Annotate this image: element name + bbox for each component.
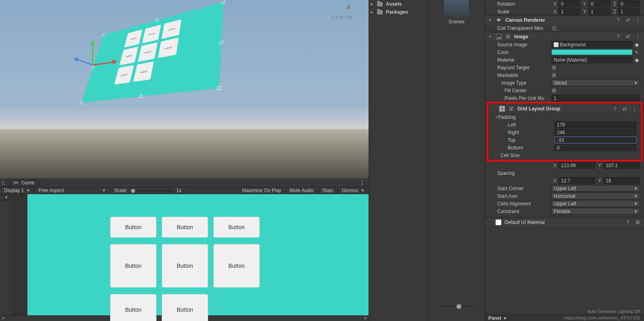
game-toolbar: Display 1▼ Free Aspect▼ Scale 1x Maximiz… — [0, 187, 369, 194]
ui-button[interactable]: Button — [213, 244, 260, 288]
scene-button: Button — [161, 19, 181, 39]
preset-icon[interactable]: ⇄ — [625, 33, 631, 39]
childalign-label: Child Alignment — [489, 201, 551, 207]
scale-slider[interactable]: Scale 1x — [110, 187, 186, 194]
menu-icon[interactable]: ⋮ — [631, 106, 638, 112]
material-icon — [496, 220, 501, 225]
spacing-x-input[interactable]: 12.7 — [559, 177, 595, 184]
scroll-right-icon[interactable]: ► — [363, 316, 369, 321]
imagetype-dropdown[interactable]: Sliced▼ — [551, 79, 640, 86]
game-view[interactable]: Button Button Button Button Button Butto… — [12, 194, 369, 315]
hierarchy-item-packages[interactable]: ▶ Packages — [369, 8, 428, 16]
spacing-y-input[interactable]: 16 — [603, 177, 640, 184]
ui-button[interactable]: Button — [110, 294, 156, 321]
help-icon[interactable]: ? — [612, 106, 618, 112]
scene-thumbnail[interactable] — [444, 0, 469, 17]
preset-icon[interactable]: ⇄ — [621, 106, 628, 112]
scene-button: Button — [142, 25, 161, 43]
rotation-y-input[interactable]: 0 — [588, 0, 610, 7]
image-enable-checkbox[interactable]: ✓ — [505, 34, 511, 39]
expand-icon[interactable]: ▶ — [371, 10, 374, 14]
maskable-checkbox[interactable]: ✓ — [551, 72, 557, 78]
scene-button: Button — [158, 37, 179, 58]
hierarchy-item-assets[interactable]: ▶ Assets — [369, 0, 428, 8]
cellsize-y-input[interactable]: 107.1 — [603, 162, 640, 169]
childalign-dropdown[interactable]: Upper Left▼ — [551, 200, 640, 207]
padding-top-label: Top — [492, 137, 554, 143]
breadcrumb-dd-icon[interactable]: ▾ — [504, 315, 506, 321]
help-icon[interactable]: ? — [625, 219, 631, 225]
raycast-checkbox[interactable]: ✓ — [551, 65, 557, 70]
ui-button[interactable]: Button — [110, 217, 156, 238]
scene-view[interactable]: ▴ ≺Persp Button Button Button B — [0, 0, 369, 178]
settings-icon[interactable]: ✿ — [634, 219, 641, 225]
material-header[interactable]: ▼ Default UI Material ? ✿ — [485, 217, 644, 226]
rotation-z-input[interactable]: 0 — [618, 0, 640, 7]
padding-label: Padding — [496, 114, 558, 120]
scroll-left-icon[interactable]: ◄ — [0, 316, 6, 321]
expand-icon[interactable]: ▼ — [492, 115, 496, 119]
menu-icon[interactable]: ⋮ — [634, 17, 641, 23]
display-dropdown[interactable]: Display 1▼ — [0, 187, 34, 194]
gridlayout-header[interactable]: ▼ ✓ Grid Layout Group ? ⇄ ⋮ — [488, 104, 641, 113]
rotation-x-input[interactable]: 0 — [559, 0, 580, 7]
padding-right-input[interactable]: 246 — [554, 129, 637, 136]
startaxis-label: Start Axis — [489, 193, 551, 199]
scale-y-input[interactable]: 1 — [588, 8, 610, 15]
menu-icon[interactable]: ⋮ — [634, 33, 641, 39]
object-picker-icon[interactable]: ◉ — [634, 57, 640, 63]
game-icon: 🎮 — [13, 180, 19, 186]
cull-checkbox[interactable] — [551, 25, 557, 31]
sourceimage-field[interactable]: Background — [551, 41, 633, 48]
ui-button[interactable]: Button — [213, 217, 260, 238]
maximize-button[interactable]: Maximize On Play — [238, 188, 286, 193]
color-field[interactable] — [551, 49, 633, 55]
ui-button[interactable]: Button — [162, 294, 208, 321]
scene-button: Button — [119, 47, 138, 66]
spacing-label: Spacing — [489, 170, 551, 176]
game-tab[interactable]: 🎮 Game — [7, 178, 40, 187]
zoom-slider[interactable] — [428, 303, 485, 309]
vert-scrollbar[interactable] — [0, 201, 12, 315]
object-picker-icon[interactable]: ◉ — [634, 41, 640, 48]
tab-menu-icon[interactable]: ⋮ — [359, 179, 365, 186]
help-icon[interactable]: ? — [615, 17, 621, 23]
assets-label: Assets — [386, 1, 402, 7]
scale-z-input[interactable]: 1 — [618, 8, 640, 15]
fillcenter-checkbox[interactable]: ✓ — [551, 88, 557, 93]
ppu-input[interactable]: 1 — [551, 95, 640, 101]
ui-button[interactable]: Button — [110, 244, 156, 288]
canvas-renderer-header[interactable]: ▼ Canvas Renderer ? ⇄ ⋮ — [485, 15, 644, 24]
material-field[interactable]: None (Material) — [551, 56, 633, 63]
mute-button[interactable]: Mute Audio — [285, 188, 318, 193]
lock-icon[interactable]: ⊏ — [0, 180, 7, 186]
y-axis-arrow-icon[interactable] — [92, 41, 94, 65]
padding-bottom-input[interactable]: 0 — [554, 144, 637, 151]
breadcrumb-item[interactable]: Panel — [488, 315, 501, 321]
game-tab-label: Game — [21, 180, 35, 186]
gridlayout-enable-checkbox[interactable]: ✓ — [509, 106, 514, 112]
gizmos-dropdown[interactable]: Gizmos ▼ — [338, 188, 369, 193]
scale-x-input[interactable]: 1 — [559, 8, 580, 15]
preset-icon[interactable]: ⇄ — [625, 17, 631, 23]
stats-button[interactable]: Stats — [318, 188, 337, 193]
expand-icon[interactable]: ▶ — [371, 2, 374, 6]
image-comp-icon — [496, 33, 502, 40]
startcorner-dropdown[interactable]: Upper Left▼ — [551, 185, 640, 192]
cull-label: Cull Transparent Mes — [489, 25, 551, 31]
ui-button[interactable]: Button — [162, 217, 208, 238]
help-icon[interactable]: ? — [615, 33, 621, 39]
aspect-dropdown[interactable]: Free Aspect▼ — [34, 187, 110, 194]
padding-top-input[interactable]: -33 — [554, 137, 637, 143]
ui-button[interactable]: Button — [162, 244, 208, 288]
cellsize-x-input[interactable]: 113.89 — [559, 162, 595, 169]
rotation-label: Rotation — [489, 1, 551, 7]
project-panel: ▶ Assets ▶ Packages — [369, 0, 428, 321]
padding-left-input[interactable]: 179 — [554, 121, 637, 128]
eyedropper-icon[interactable]: ✎ — [634, 50, 640, 55]
constraint-dropdown[interactable]: Flexible▼ — [551, 208, 640, 215]
image-header[interactable]: ▼ ✓ Image ? ⇄ ⋮ — [485, 32, 644, 41]
aspect-dd-arrow-icon[interactable]: ▾ — [0, 194, 12, 201]
ppu-label: Pixels Per Unit Mu — [489, 95, 551, 101]
startaxis-dropdown[interactable]: Horizontal▼ — [551, 193, 640, 199]
